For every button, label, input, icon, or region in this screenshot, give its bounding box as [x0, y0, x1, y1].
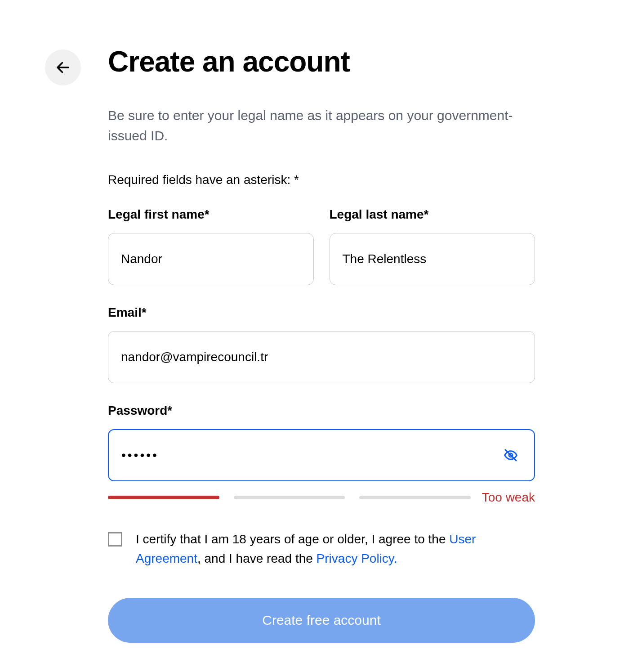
- email-label: Email*: [108, 305, 535, 320]
- consent-middle: , and I have read the: [197, 551, 317, 565]
- first-name-input[interactable]: [108, 233, 314, 285]
- password-input[interactable]: [108, 429, 535, 481]
- last-name-input[interactable]: [330, 233, 535, 285]
- email-input[interactable]: [108, 331, 535, 383]
- eye-off-icon: [504, 448, 518, 462]
- back-button[interactable]: [45, 49, 81, 85]
- consent-prefix: I certify that I am 18 years of age or o…: [136, 532, 449, 546]
- create-account-button[interactable]: Create free account: [108, 598, 535, 643]
- password-strength-label: Too weak: [482, 490, 535, 505]
- password-strength-meter: Too weak: [108, 490, 535, 505]
- arrow-left-icon: [55, 59, 71, 76]
- instruction-text: Be sure to enter your legal name as it a…: [108, 105, 535, 146]
- page-title: Create an account: [108, 45, 535, 78]
- strength-bar-1: [108, 496, 219, 499]
- password-label: Password*: [108, 403, 535, 418]
- toggle-password-visibility-button[interactable]: [500, 444, 522, 466]
- age-consent-checkbox[interactable]: [108, 532, 122, 547]
- last-name-label: Legal last name*: [330, 207, 535, 222]
- privacy-policy-link[interactable]: Privacy Policy.: [317, 551, 397, 565]
- first-name-label: Legal first name*: [108, 207, 314, 222]
- strength-bar-3: [359, 496, 471, 499]
- consent-text: I certify that I am 18 years of age or o…: [136, 529, 535, 569]
- required-fields-note: Required fields have an asterisk: *: [108, 173, 535, 187]
- strength-bar-2: [234, 496, 345, 499]
- signup-form: Create an account Be sure to enter your …: [108, 45, 535, 643]
